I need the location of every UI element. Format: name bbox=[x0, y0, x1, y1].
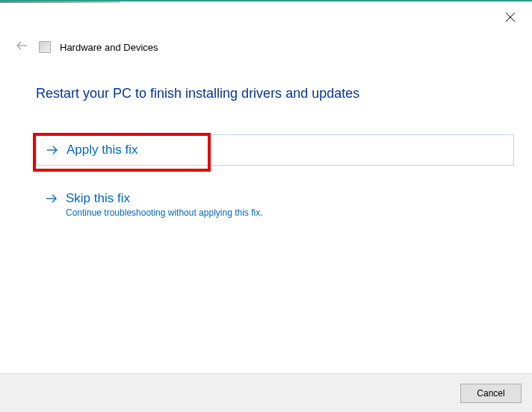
header-title: Hardware and Devices bbox=[60, 42, 158, 53]
close-icon bbox=[505, 12, 516, 25]
arrow-right-icon bbox=[46, 143, 59, 157]
back-arrow-icon bbox=[15, 39, 28, 55]
page-heading: Restart your PC to finish installing dri… bbox=[36, 86, 359, 102]
close-button[interactable] bbox=[505, 12, 517, 24]
back-button[interactable] bbox=[13, 39, 30, 55]
header-bar: Hardware and Devices bbox=[13, 39, 158, 55]
skip-fix-subtitle: Continue troubleshooting without applyin… bbox=[66, 207, 505, 218]
skip-fix-option[interactable]: Skip this fix Continue troubleshooting w… bbox=[36, 184, 514, 225]
footer-bar: Cancel bbox=[0, 373, 532, 412]
arrow-right-icon bbox=[45, 192, 58, 205]
cancel-button[interactable]: Cancel bbox=[460, 384, 522, 403]
troubleshooter-icon bbox=[39, 41, 51, 53]
apply-fix-option[interactable]: Apply this fix bbox=[36, 134, 514, 166]
apply-fix-title: Apply this fix bbox=[66, 143, 137, 157]
skip-fix-row: Skip this fix bbox=[45, 191, 505, 206]
apply-fix-row: Apply this fix bbox=[46, 143, 504, 157]
skip-fix-title: Skip this fix bbox=[66, 191, 130, 206]
window-gradient-bar bbox=[0, 1, 120, 3]
